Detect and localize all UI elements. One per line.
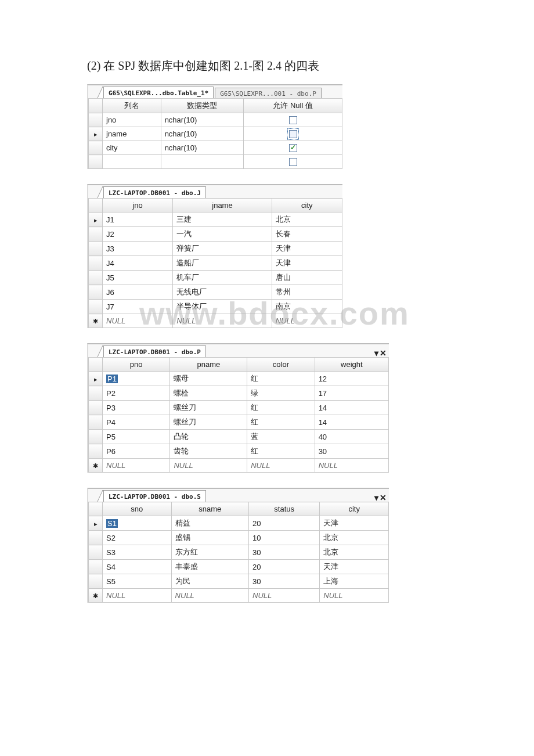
- null-cell[interactable]: NULL: [103, 459, 170, 473]
- data-cell[interactable]: 无线电厂: [173, 285, 272, 300]
- row-selector[interactable]: [89, 113, 103, 127]
- row-selector[interactable]: [89, 531, 103, 545]
- data-cell[interactable]: 红: [247, 401, 315, 415]
- tab-dbo-p[interactable]: LZC-LAPTOP.DB001 - dbo.P: [103, 345, 206, 357]
- null-cell[interactable]: NULL: [320, 589, 389, 603]
- col-name-cell[interactable]: city: [103, 141, 161, 155]
- table-row[interactable]: J6无线电厂常州: [89, 285, 342, 300]
- table-row[interactable]: P6齿轮红30: [89, 444, 389, 459]
- data-cell[interactable]: 30: [315, 444, 388, 459]
- tab-dbo-j[interactable]: LZC-LAPTOP.DB001 - dbo.J: [103, 186, 206, 198]
- row-selector[interactable]: [89, 256, 103, 271]
- row-selector[interactable]: [89, 574, 103, 589]
- data-cell[interactable]: 红: [247, 415, 315, 430]
- data-cell[interactable]: 螺丝刀: [170, 415, 247, 430]
- data-cell[interactable]: S1: [103, 516, 172, 531]
- data-cell[interactable]: 螺丝刀: [170, 401, 247, 415]
- data-cell[interactable]: S3: [103, 545, 172, 560]
- col-name-cell[interactable]: jno: [103, 113, 161, 127]
- data-cell[interactable]: 天津: [320, 516, 389, 531]
- data-cell[interactable]: 北京: [320, 545, 389, 560]
- data-cell[interactable]: 蓝: [247, 430, 315, 444]
- table-row[interactable]: P2螺栓绿17: [89, 386, 389, 401]
- allow-null-cell[interactable]: [244, 141, 342, 155]
- data-cell[interactable]: 北京: [320, 531, 389, 545]
- data-cell[interactable]: 20: [249, 516, 320, 531]
- data-cell[interactable]: S5: [103, 574, 172, 589]
- row-selector[interactable]: [89, 386, 103, 401]
- data-cell[interactable]: 30: [249, 574, 320, 589]
- data-cell[interactable]: 弹簧厂: [173, 242, 272, 256]
- data-cell[interactable]: P6: [103, 444, 170, 459]
- row-selector[interactable]: [89, 415, 103, 430]
- table-row[interactable]: S5为民30上海: [89, 574, 389, 589]
- data-cell[interactable]: 螺栓: [170, 386, 247, 401]
- table-row[interactable]: S4丰泰盛20天津: [89, 560, 389, 574]
- data-cell[interactable]: 天津: [272, 256, 342, 271]
- row-selector[interactable]: [89, 516, 103, 531]
- data-cell[interactable]: 精益: [171, 516, 248, 531]
- table-row[interactable]: P1螺母红12: [89, 372, 389, 386]
- data-cell[interactable]: J1: [103, 213, 173, 227]
- allow-null-cell[interactable]: [244, 127, 342, 141]
- data-cell[interactable]: J6: [103, 285, 173, 300]
- data-cell[interactable]: S4: [103, 560, 172, 574]
- data-cell[interactable]: 上海: [320, 574, 389, 589]
- col-name-cell[interactable]: jname: [103, 127, 161, 141]
- allow-null-checkbox[interactable]: [289, 144, 297, 152]
- data-cell[interactable]: J2: [103, 227, 173, 242]
- data-cell[interactable]: 造船厂: [173, 256, 272, 271]
- allow-null-checkbox[interactable]: [289, 158, 297, 166]
- data-cell[interactable]: 17: [315, 386, 388, 401]
- table-row[interactable]: J5机车厂唐山: [89, 271, 342, 285]
- allow-null-cell[interactable]: [244, 113, 342, 127]
- null-cell[interactable]: NULL: [103, 314, 173, 328]
- data-cell[interactable]: 10: [249, 531, 320, 545]
- data-cell[interactable]: 一汽: [173, 227, 272, 242]
- data-cell[interactable]: J7: [103, 300, 173, 314]
- tab-dbo-s[interactable]: LZC-LAPTOP.DB001 - dbo.S: [103, 490, 206, 502]
- new-row[interactable]: NULLNULLNULLNULL: [89, 459, 389, 473]
- data-cell[interactable]: 30: [249, 545, 320, 560]
- data-cell[interactable]: 12: [315, 372, 388, 386]
- data-cell[interactable]: 盛锡: [171, 531, 248, 545]
- row-selector[interactable]: [89, 141, 103, 155]
- data-cell[interactable]: 20: [249, 560, 320, 574]
- row-selector[interactable]: [89, 314, 103, 328]
- data-cell[interactable]: 绿: [247, 386, 315, 401]
- dtype-cell[interactable]: nchar(10): [161, 141, 244, 155]
- null-cell[interactable]: NULL: [171, 589, 248, 603]
- row-selector[interactable]: [89, 545, 103, 560]
- row-selector[interactable]: [89, 459, 103, 473]
- row-selector[interactable]: [89, 300, 103, 314]
- null-cell[interactable]: NULL: [247, 459, 315, 473]
- close-icon[interactable]: [380, 494, 387, 502]
- tab-dbo-p[interactable]: G65\SQLEXPR...001 - dbo.P: [215, 88, 322, 98]
- data-cell[interactable]: 三建: [173, 213, 272, 227]
- data-cell[interactable]: P3: [103, 401, 170, 415]
- row-selector[interactable]: [89, 271, 103, 285]
- data-cell[interactable]: 北京: [272, 213, 342, 227]
- row-selector[interactable]: [89, 242, 103, 256]
- data-cell[interactable]: 丰泰盛: [171, 560, 248, 574]
- data-cell[interactable]: P2: [103, 386, 170, 401]
- table-row[interactable]: P5凸轮蓝40: [89, 430, 389, 444]
- allow-null-checkbox[interactable]: [289, 116, 297, 124]
- dropdown-icon[interactable]: [374, 494, 378, 502]
- allow-null-checkbox[interactable]: [289, 130, 297, 138]
- data-cell[interactable]: 东方红: [171, 545, 248, 560]
- dtype-cell[interactable]: nchar(10): [161, 113, 244, 127]
- data-cell[interactable]: 齿轮: [170, 444, 247, 459]
- data-cell[interactable]: P4: [103, 415, 170, 430]
- data-cell[interactable]: 40: [315, 430, 388, 444]
- data-cell[interactable]: 天津: [320, 560, 389, 574]
- row-selector[interactable]: [89, 430, 103, 444]
- null-cell[interactable]: NULL: [103, 589, 172, 603]
- data-cell[interactable]: 14: [315, 415, 388, 430]
- row-selector[interactable]: [89, 127, 103, 141]
- designer-row[interactable]: citynchar(10): [89, 141, 342, 155]
- new-row[interactable]: NULLNULLNULL: [89, 314, 342, 328]
- row-selector[interactable]: [89, 285, 103, 300]
- dtype-cell[interactable]: nchar(10): [161, 127, 244, 141]
- new-row[interactable]: NULLNULLNULLNULL: [89, 589, 389, 603]
